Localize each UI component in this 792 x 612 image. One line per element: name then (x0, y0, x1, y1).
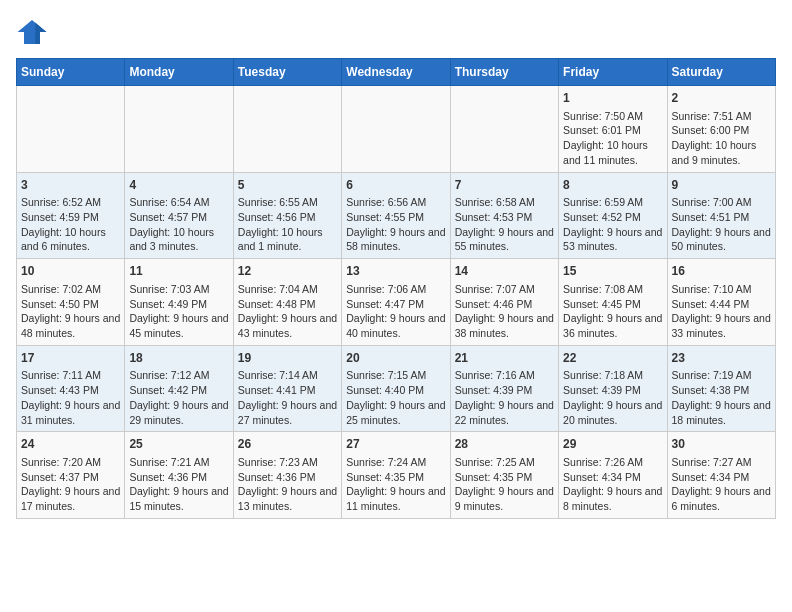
calendar-cell: 28Sunrise: 7:25 AM Sunset: 4:35 PM Dayli… (450, 432, 558, 519)
day-number: 11 (129, 263, 228, 280)
day-number: 22 (563, 350, 662, 367)
calendar-cell: 18Sunrise: 7:12 AM Sunset: 4:42 PM Dayli… (125, 345, 233, 432)
day-header-thursday: Thursday (450, 59, 558, 86)
calendar-cell: 4Sunrise: 6:54 AM Sunset: 4:57 PM Daylig… (125, 172, 233, 259)
calendar-cell: 29Sunrise: 7:26 AM Sunset: 4:34 PM Dayli… (559, 432, 667, 519)
day-info: Sunrise: 7:12 AM Sunset: 4:42 PM Dayligh… (129, 368, 228, 427)
day-info: Sunrise: 7:08 AM Sunset: 4:45 PM Dayligh… (563, 282, 662, 341)
week-row-3: 10Sunrise: 7:02 AM Sunset: 4:50 PM Dayli… (17, 259, 776, 346)
calendar-table: SundayMondayTuesdayWednesdayThursdayFrid… (16, 58, 776, 519)
calendar-cell: 11Sunrise: 7:03 AM Sunset: 4:49 PM Dayli… (125, 259, 233, 346)
day-info: Sunrise: 6:56 AM Sunset: 4:55 PM Dayligh… (346, 195, 445, 254)
logo (16, 16, 52, 48)
day-number: 10 (21, 263, 120, 280)
day-info: Sunrise: 7:03 AM Sunset: 4:49 PM Dayligh… (129, 282, 228, 341)
calendar-cell: 6Sunrise: 6:56 AM Sunset: 4:55 PM Daylig… (342, 172, 450, 259)
calendar-cell: 15Sunrise: 7:08 AM Sunset: 4:45 PM Dayli… (559, 259, 667, 346)
calendar-header-row: SundayMondayTuesdayWednesdayThursdayFrid… (17, 59, 776, 86)
day-number: 18 (129, 350, 228, 367)
day-info: Sunrise: 7:19 AM Sunset: 4:38 PM Dayligh… (672, 368, 771, 427)
calendar-cell: 14Sunrise: 7:07 AM Sunset: 4:46 PM Dayli… (450, 259, 558, 346)
day-info: Sunrise: 7:25 AM Sunset: 4:35 PM Dayligh… (455, 455, 554, 514)
day-number: 24 (21, 436, 120, 453)
day-info: Sunrise: 7:16 AM Sunset: 4:39 PM Dayligh… (455, 368, 554, 427)
day-info: Sunrise: 7:21 AM Sunset: 4:36 PM Dayligh… (129, 455, 228, 514)
day-info: Sunrise: 7:06 AM Sunset: 4:47 PM Dayligh… (346, 282, 445, 341)
day-info: Sunrise: 6:59 AM Sunset: 4:52 PM Dayligh… (563, 195, 662, 254)
day-info: Sunrise: 7:27 AM Sunset: 4:34 PM Dayligh… (672, 455, 771, 514)
day-info: Sunrise: 7:50 AM Sunset: 6:01 PM Dayligh… (563, 109, 662, 168)
day-number: 26 (238, 436, 337, 453)
calendar-cell: 23Sunrise: 7:19 AM Sunset: 4:38 PM Dayli… (667, 345, 775, 432)
day-number: 1 (563, 90, 662, 107)
day-info: Sunrise: 7:23 AM Sunset: 4:36 PM Dayligh… (238, 455, 337, 514)
calendar-cell: 20Sunrise: 7:15 AM Sunset: 4:40 PM Dayli… (342, 345, 450, 432)
logo-icon (16, 16, 48, 48)
day-number: 15 (563, 263, 662, 280)
day-number: 17 (21, 350, 120, 367)
day-info: Sunrise: 7:02 AM Sunset: 4:50 PM Dayligh… (21, 282, 120, 341)
calendar-cell: 21Sunrise: 7:16 AM Sunset: 4:39 PM Dayli… (450, 345, 558, 432)
day-header-tuesday: Tuesday (233, 59, 341, 86)
calendar-cell: 27Sunrise: 7:24 AM Sunset: 4:35 PM Dayli… (342, 432, 450, 519)
calendar-cell (17, 86, 125, 173)
calendar-cell: 24Sunrise: 7:20 AM Sunset: 4:37 PM Dayli… (17, 432, 125, 519)
calendar-cell: 7Sunrise: 6:58 AM Sunset: 4:53 PM Daylig… (450, 172, 558, 259)
week-row-4: 17Sunrise: 7:11 AM Sunset: 4:43 PM Dayli… (17, 345, 776, 432)
day-header-monday: Monday (125, 59, 233, 86)
day-number: 23 (672, 350, 771, 367)
day-info: Sunrise: 7:14 AM Sunset: 4:41 PM Dayligh… (238, 368, 337, 427)
day-header-sunday: Sunday (17, 59, 125, 86)
week-row-1: 1Sunrise: 7:50 AM Sunset: 6:01 PM Daylig… (17, 86, 776, 173)
day-info: Sunrise: 6:58 AM Sunset: 4:53 PM Dayligh… (455, 195, 554, 254)
day-info: Sunrise: 7:26 AM Sunset: 4:34 PM Dayligh… (563, 455, 662, 514)
day-number: 9 (672, 177, 771, 194)
calendar-cell: 17Sunrise: 7:11 AM Sunset: 4:43 PM Dayli… (17, 345, 125, 432)
calendar-cell: 5Sunrise: 6:55 AM Sunset: 4:56 PM Daylig… (233, 172, 341, 259)
day-number: 7 (455, 177, 554, 194)
day-number: 2 (672, 90, 771, 107)
calendar-cell: 8Sunrise: 6:59 AM Sunset: 4:52 PM Daylig… (559, 172, 667, 259)
day-info: Sunrise: 7:24 AM Sunset: 4:35 PM Dayligh… (346, 455, 445, 514)
day-info: Sunrise: 7:51 AM Sunset: 6:00 PM Dayligh… (672, 109, 771, 168)
day-info: Sunrise: 7:04 AM Sunset: 4:48 PM Dayligh… (238, 282, 337, 341)
day-header-friday: Friday (559, 59, 667, 86)
day-number: 29 (563, 436, 662, 453)
day-number: 3 (21, 177, 120, 194)
calendar-cell (125, 86, 233, 173)
day-info: Sunrise: 6:54 AM Sunset: 4:57 PM Dayligh… (129, 195, 228, 254)
day-number: 14 (455, 263, 554, 280)
day-info: Sunrise: 7:18 AM Sunset: 4:39 PM Dayligh… (563, 368, 662, 427)
week-row-2: 3Sunrise: 6:52 AM Sunset: 4:59 PM Daylig… (17, 172, 776, 259)
calendar-cell: 12Sunrise: 7:04 AM Sunset: 4:48 PM Dayli… (233, 259, 341, 346)
day-info: Sunrise: 7:07 AM Sunset: 4:46 PM Dayligh… (455, 282, 554, 341)
day-info: Sunrise: 7:00 AM Sunset: 4:51 PM Dayligh… (672, 195, 771, 254)
calendar-cell: 2Sunrise: 7:51 AM Sunset: 6:00 PM Daylig… (667, 86, 775, 173)
calendar-cell: 25Sunrise: 7:21 AM Sunset: 4:36 PM Dayli… (125, 432, 233, 519)
calendar-cell: 19Sunrise: 7:14 AM Sunset: 4:41 PM Dayli… (233, 345, 341, 432)
day-number: 28 (455, 436, 554, 453)
calendar-cell (450, 86, 558, 173)
day-info: Sunrise: 7:10 AM Sunset: 4:44 PM Dayligh… (672, 282, 771, 341)
day-number: 20 (346, 350, 445, 367)
day-info: Sunrise: 6:52 AM Sunset: 4:59 PM Dayligh… (21, 195, 120, 254)
day-info: Sunrise: 7:20 AM Sunset: 4:37 PM Dayligh… (21, 455, 120, 514)
calendar-cell: 22Sunrise: 7:18 AM Sunset: 4:39 PM Dayli… (559, 345, 667, 432)
calendar-cell: 10Sunrise: 7:02 AM Sunset: 4:50 PM Dayli… (17, 259, 125, 346)
day-number: 4 (129, 177, 228, 194)
page-header (16, 16, 776, 48)
day-number: 27 (346, 436, 445, 453)
day-info: Sunrise: 7:11 AM Sunset: 4:43 PM Dayligh… (21, 368, 120, 427)
day-number: 13 (346, 263, 445, 280)
calendar-cell: 3Sunrise: 6:52 AM Sunset: 4:59 PM Daylig… (17, 172, 125, 259)
day-number: 25 (129, 436, 228, 453)
day-info: Sunrise: 6:55 AM Sunset: 4:56 PM Dayligh… (238, 195, 337, 254)
calendar-cell: 9Sunrise: 7:00 AM Sunset: 4:51 PM Daylig… (667, 172, 775, 259)
day-number: 30 (672, 436, 771, 453)
day-header-saturday: Saturday (667, 59, 775, 86)
calendar-cell: 1Sunrise: 7:50 AM Sunset: 6:01 PM Daylig… (559, 86, 667, 173)
calendar-cell (342, 86, 450, 173)
calendar-cell (233, 86, 341, 173)
day-number: 19 (238, 350, 337, 367)
day-header-wednesday: Wednesday (342, 59, 450, 86)
